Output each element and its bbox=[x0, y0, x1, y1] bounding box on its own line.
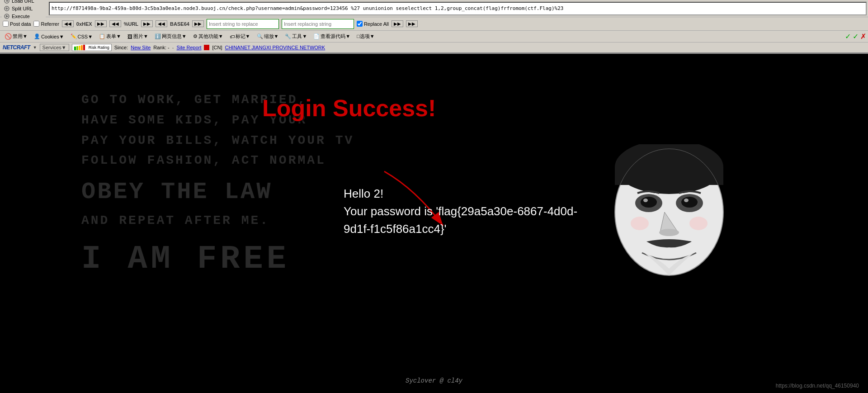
network-link[interactable]: CHINANET JIANGXI PROVINCE NETWORK bbox=[225, 45, 325, 50]
svg-rect-4 bbox=[76, 46, 78, 50]
bottom-watermark: Syclover @ cl4y bbox=[406, 377, 462, 384]
load-url-label: Load URL bbox=[12, 0, 34, 4]
disable-icon: 🚫 bbox=[5, 33, 12, 40]
svg-rect-7 bbox=[83, 45, 85, 50]
cn-label: [CN] bbox=[212, 45, 222, 50]
netcraft-dropdown-arrow: ▼ bbox=[33, 45, 37, 50]
insert-string-input[interactable] bbox=[207, 19, 279, 29]
netcraft-logo: NETCRAFT bbox=[3, 44, 30, 51]
info-icon: ℹ️ bbox=[155, 33, 161, 39]
bottom-link: https://blog.csdn.net/qq_46150940 bbox=[776, 383, 859, 389]
images-btn[interactable]: 🖼 图片▼ bbox=[125, 32, 151, 41]
percent-label: %URL bbox=[124, 21, 138, 27]
disable-btn[interactable]: 🚫 禁用▼ bbox=[2, 32, 30, 41]
percent-right-arrow[interactable]: ▶▶ bbox=[141, 20, 153, 27]
options-btn[interactable]: □选项▼ bbox=[354, 32, 377, 41]
hex-right-arrow[interactable]: ▶▶ bbox=[95, 20, 107, 27]
bg-line3: PAY YOUR BILLS, WATCH YOUR TV bbox=[81, 131, 354, 151]
load-url-icon bbox=[4, 0, 10, 4]
insert-replacing-input[interactable] bbox=[282, 19, 354, 29]
replace-all-checkbox[interactable] bbox=[357, 21, 363, 27]
svg-rect-6 bbox=[81, 45, 83, 50]
flag-text: Hello 2! Your password is 'flag{29a5a30e… bbox=[344, 185, 577, 238]
x-icon: ✗ bbox=[860, 32, 866, 41]
url-input-wrapper bbox=[47, 0, 868, 17]
hex-left-arrow[interactable]: ◀◀ bbox=[62, 20, 74, 27]
site-report-link[interactable]: Site Report bbox=[176, 45, 201, 50]
mark-btn[interactable]: 🏷 标记▼ bbox=[227, 32, 253, 41]
cookies-btn[interactable]: 👤 Cookies▼ bbox=[31, 33, 67, 40]
forms-icon: 📋 bbox=[99, 33, 105, 39]
netcraft-bar: NETCRAFT ▼ Services▼ Risk Rating Since: … bbox=[0, 43, 868, 53]
check-icons: ✓ ✓ ✗ bbox=[845, 32, 866, 41]
execute-label: Execute bbox=[12, 14, 30, 19]
svg-point-19 bbox=[631, 217, 649, 230]
base64-left-arrow[interactable]: ◀◀ bbox=[156, 20, 167, 27]
source-icon: 📄 bbox=[313, 33, 320, 39]
mark-icon: 🏷 bbox=[230, 34, 235, 39]
svg-rect-3 bbox=[74, 47, 76, 50]
new-site-link[interactable]: New Site bbox=[131, 45, 151, 50]
load-url-button[interactable]: Load URL bbox=[2, 0, 46, 5]
execute-button[interactable]: Execute bbox=[2, 13, 46, 20]
svg-point-18 bbox=[659, 229, 679, 236]
login-success-text: Login Success! bbox=[262, 95, 436, 122]
tools-btn[interactable]: 🔧 工具▼ bbox=[282, 32, 310, 41]
risk-rating-badge: Risk Rating bbox=[72, 44, 112, 51]
hello-text: Hello 2! bbox=[344, 185, 577, 203]
svg-point-17 bbox=[684, 199, 689, 202]
svg-point-16 bbox=[643, 199, 648, 202]
svg-point-20 bbox=[689, 217, 708, 230]
cn-toolbar: 🚫 禁用▼ 👤 Cookies▼ ✏️ CSS▼ 📋 表单▼ 🖼 图片▼ ℹ️ … bbox=[0, 31, 868, 43]
tools-icon: 🔧 bbox=[285, 33, 291, 39]
svg-rect-5 bbox=[79, 46, 80, 50]
svg-point-15 bbox=[681, 197, 698, 208]
main-content: GO TO WORK, GET MARRIED, HAVE SOME KIDS,… bbox=[0, 54, 868, 393]
other-btn[interactable]: ⚙ 其他功能▼ bbox=[190, 32, 226, 41]
referrer-checkbox-label[interactable]: Referrer bbox=[33, 21, 59, 27]
execute-icon bbox=[4, 13, 10, 19]
risk-rating-icon bbox=[74, 45, 88, 50]
bg-line4: FOLLOW FASHION, ACT NORMAL bbox=[81, 151, 354, 171]
referrer-checkbox[interactable] bbox=[33, 21, 39, 27]
base64-right-arrow[interactable]: ▶▶ bbox=[192, 20, 204, 27]
nav-buttons: Load URL Split URL bbox=[0, 0, 47, 17]
split-url-icon bbox=[4, 5, 10, 12]
post-data-checkbox-label[interactable]: Post data bbox=[3, 21, 31, 27]
replace-all-checkbox-label[interactable]: Replace All bbox=[357, 21, 389, 27]
replace-right-arrow1[interactable]: ▶▶ bbox=[392, 20, 403, 27]
post-data-checkbox[interactable] bbox=[3, 21, 9, 27]
info-btn[interactable]: ℹ️ 网页信息▼ bbox=[152, 32, 189, 41]
password-line2: 9d1f-f1c5f86a1cc4}' bbox=[344, 220, 577, 238]
hex-label: 0xHEX bbox=[76, 21, 92, 27]
bg-line7: I AM FREE bbox=[81, 233, 354, 285]
password-line1: Your password is 'flag{29a5a30e-6867-4d0… bbox=[344, 203, 577, 220]
url-input[interactable] bbox=[49, 2, 867, 15]
netcraft-services-button[interactable]: Services▼ bbox=[40, 44, 69, 51]
percent-left-arrow[interactable]: ◀◀ bbox=[109, 20, 121, 27]
cn-flag-icon bbox=[204, 45, 209, 50]
mask-container bbox=[606, 144, 732, 289]
other-icon: ⚙ bbox=[193, 33, 198, 39]
check-icon-1: ✓ bbox=[845, 32, 851, 41]
css-icon: ✏️ bbox=[71, 33, 77, 39]
since-text: Since: bbox=[114, 45, 128, 50]
rank-text: Rank: - bbox=[153, 45, 169, 50]
check-icon-2: ✓ bbox=[853, 32, 859, 41]
replace-right-arrow2[interactable]: ▶▶ bbox=[406, 20, 418, 27]
css-btn[interactable]: ✏️ CSS▼ bbox=[68, 33, 96, 40]
bg-line6: AND REPEAT AFTER ME. bbox=[81, 211, 354, 231]
split-url-button[interactable]: Split URL bbox=[2, 5, 46, 12]
images-icon: 🖼 bbox=[127, 34, 132, 39]
zoom-icon: 🔍 bbox=[257, 33, 263, 39]
replace-toolbar: Post data Referrer ◀◀ 0xHEX ▶▶ ◀◀ %URL ▶… bbox=[0, 17, 868, 31]
svg-point-14 bbox=[641, 197, 657, 208]
svg-rect-11 bbox=[615, 167, 723, 185]
zoom-btn[interactable]: 🔍 缩放▼ bbox=[254, 32, 282, 41]
cookies-icon: 👤 bbox=[34, 33, 40, 39]
rank-separator: - bbox=[172, 45, 174, 50]
source-btn[interactable]: 📄 查看源代码▼ bbox=[311, 32, 353, 41]
split-url-label: Split URL bbox=[12, 6, 33, 11]
forms-btn[interactable]: 📋 表单▼ bbox=[96, 32, 124, 41]
base64-label: BASE64 bbox=[170, 21, 189, 27]
